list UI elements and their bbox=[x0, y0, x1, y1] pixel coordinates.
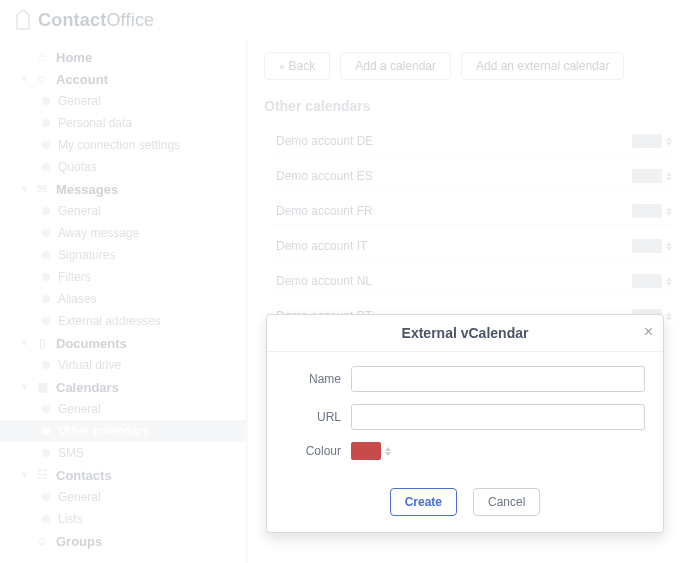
bullet-icon bbox=[42, 119, 50, 127]
user-icon: ☺ bbox=[34, 72, 50, 86]
calendar-color-swatch[interactable] bbox=[632, 274, 662, 288]
brand-name: ContactOffice bbox=[38, 10, 154, 31]
add-external-calendar-button[interactable]: Add an external calendar bbox=[461, 52, 624, 80]
calendar-color-swatch[interactable] bbox=[632, 169, 662, 183]
chevron-down-icon: ▼ bbox=[20, 74, 30, 84]
sub-label: My connection settings bbox=[58, 138, 180, 152]
bullet-icon bbox=[42, 449, 50, 457]
create-button[interactable]: Create bbox=[390, 488, 457, 516]
calendar-row[interactable]: Demo account IT bbox=[272, 233, 674, 260]
sidebar-sub-item[interactable]: General bbox=[0, 486, 246, 508]
colour-swatch[interactable] bbox=[351, 442, 381, 460]
sidebar-sub-item[interactable]: Filters bbox=[0, 266, 246, 288]
color-stepper[interactable] bbox=[666, 312, 672, 321]
sidebar-sub-item[interactable]: Away message bbox=[0, 222, 246, 244]
bullet-icon bbox=[42, 251, 50, 259]
bullet-icon bbox=[42, 515, 50, 523]
sub-label: Personal data bbox=[58, 116, 132, 130]
sidebar-sub-item[interactable]: Aliases bbox=[0, 288, 246, 310]
external-vcalendar-modal: External vCalendar × Name URL Colour Cre… bbox=[266, 314, 664, 533]
sub-label: Away message bbox=[58, 226, 139, 240]
nav-label: Home bbox=[56, 50, 92, 65]
sidebar-sub-item[interactable]: Personal data bbox=[0, 112, 246, 134]
sidebar-sub-item[interactable]: General bbox=[0, 398, 246, 420]
sub-label: General bbox=[58, 94, 101, 108]
calendar-row[interactable]: Demo account FR bbox=[272, 198, 674, 225]
bullet-icon bbox=[42, 163, 50, 171]
nav-groups[interactable]: ☺ Groups bbox=[0, 530, 246, 552]
button-label: Add an external calendar bbox=[476, 59, 609, 73]
color-stepper[interactable] bbox=[666, 172, 672, 181]
close-icon[interactable]: × bbox=[644, 323, 653, 341]
bullet-icon bbox=[42, 141, 50, 149]
sidebar-sub-item[interactable]: Quotas bbox=[0, 156, 246, 178]
sub-label: General bbox=[58, 204, 101, 218]
bullet-icon bbox=[42, 493, 50, 501]
nav-label: Calendars bbox=[56, 380, 119, 395]
logo-icon bbox=[14, 9, 32, 31]
button-label: Back bbox=[289, 59, 316, 73]
color-stepper[interactable] bbox=[666, 277, 672, 286]
url-label: URL bbox=[285, 410, 341, 424]
arrow-left-icon: « bbox=[279, 61, 285, 72]
sidebar: ⌂ Home ▼ ☺ Account GeneralPersonal dataM… bbox=[0, 40, 248, 563]
groups-icon: ☺ bbox=[34, 534, 50, 548]
cancel-button[interactable]: Cancel bbox=[473, 488, 540, 516]
calendar-name: Demo account FR bbox=[276, 204, 373, 218]
sidebar-sub-item[interactable]: Other calendars bbox=[0, 420, 246, 442]
nav-home[interactable]: ⌂ Home bbox=[0, 46, 246, 68]
name-input[interactable] bbox=[351, 366, 645, 392]
document-icon: ▯ bbox=[34, 336, 50, 350]
calendar-name: Demo account DE bbox=[276, 134, 373, 148]
bullet-icon bbox=[42, 207, 50, 215]
bullet-icon bbox=[42, 97, 50, 105]
calendar-row[interactable]: Demo account NL bbox=[272, 268, 674, 295]
nav-label: Contacts bbox=[56, 468, 112, 483]
modal-title: External vCalendar bbox=[402, 325, 529, 341]
sidebar-sub-item[interactable]: My connection settings bbox=[0, 134, 246, 156]
sidebar-sub-item[interactable]: Signatures bbox=[0, 244, 246, 266]
chevron-down-icon: ▼ bbox=[20, 470, 30, 480]
nav-documents[interactable]: ▼ ▯ Documents bbox=[0, 332, 246, 354]
sub-label: General bbox=[58, 490, 101, 504]
sub-label: Aliases bbox=[58, 292, 97, 306]
button-label: Cancel bbox=[488, 495, 525, 509]
calendar-color-swatch[interactable] bbox=[632, 204, 662, 218]
nav-calendars[interactable]: ▼ ▦ Calendars bbox=[0, 376, 246, 398]
sidebar-sub-item[interactable]: SMS bbox=[0, 442, 246, 464]
sidebar-sub-item[interactable]: Virtual drive bbox=[0, 354, 246, 376]
color-stepper[interactable] bbox=[666, 207, 672, 216]
calendar-row[interactable]: Demo account ES bbox=[272, 163, 674, 190]
app-header: ContactOffice bbox=[0, 0, 688, 40]
button-label: Create bbox=[405, 495, 442, 509]
calendar-name: Demo account ES bbox=[276, 169, 373, 183]
calendar-color-swatch[interactable] bbox=[632, 239, 662, 253]
calendar-row[interactable]: Demo account DE bbox=[272, 128, 674, 155]
contacts-icon: ☷ bbox=[34, 468, 50, 482]
nav-label: Account bbox=[56, 72, 108, 87]
nav-contacts[interactable]: ▼ ☷ Contacts bbox=[0, 464, 246, 486]
name-label: Name bbox=[285, 372, 341, 386]
nav-account[interactable]: ▼ ☺ Account bbox=[0, 68, 246, 90]
calendar-color-swatch[interactable] bbox=[632, 134, 662, 148]
sidebar-sub-item[interactable]: General bbox=[0, 90, 246, 112]
nav-messages[interactable]: ▼ ✉ Messages bbox=[0, 178, 246, 200]
sub-label: Quotas bbox=[58, 160, 97, 174]
color-stepper[interactable] bbox=[666, 242, 672, 251]
back-button[interactable]: «Back bbox=[264, 52, 330, 80]
sidebar-sub-item[interactable]: External addresses bbox=[0, 310, 246, 332]
chevron-down-icon: ▼ bbox=[20, 338, 30, 348]
sidebar-sub-item[interactable]: General bbox=[0, 200, 246, 222]
nav-label: Groups bbox=[56, 534, 102, 549]
sidebar-sub-item[interactable]: Lists bbox=[0, 508, 246, 530]
sub-label: External addresses bbox=[58, 314, 161, 328]
calendar-icon: ▦ bbox=[34, 380, 50, 394]
add-calendar-button[interactable]: Add a calendar bbox=[340, 52, 451, 80]
colour-stepper[interactable] bbox=[385, 447, 391, 456]
url-input[interactable] bbox=[351, 404, 645, 430]
bullet-icon bbox=[42, 229, 50, 237]
calendar-name: Demo account NL bbox=[276, 274, 372, 288]
sub-label: Lists bbox=[58, 512, 83, 526]
color-stepper[interactable] bbox=[666, 137, 672, 146]
button-label: Add a calendar bbox=[355, 59, 436, 73]
